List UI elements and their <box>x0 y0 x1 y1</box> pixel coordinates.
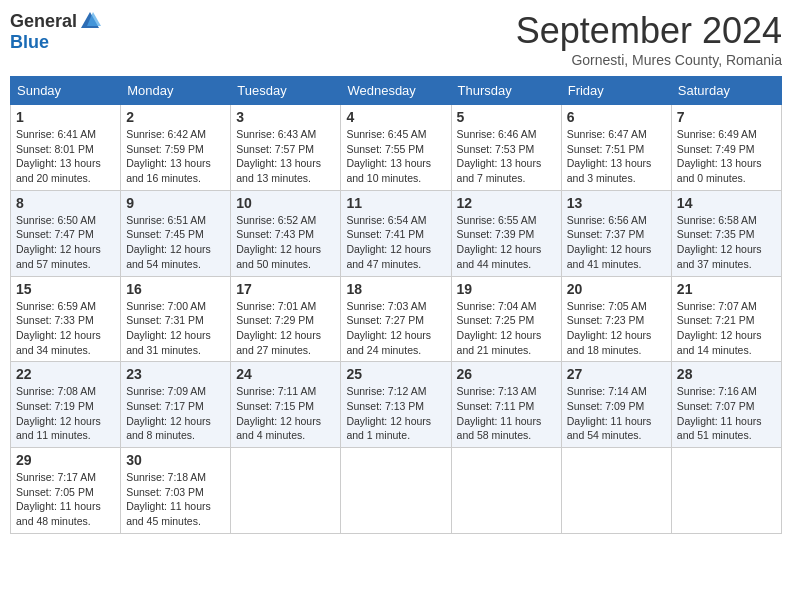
day-number: 16 <box>126 281 225 297</box>
day-number: 5 <box>457 109 556 125</box>
calendar-day-cell: 18Sunrise: 7:03 AMSunset: 7:27 PMDayligh… <box>341 276 451 362</box>
calendar-day-cell: 19Sunrise: 7:04 AMSunset: 7:25 PMDayligh… <box>451 276 561 362</box>
day-detail: Sunrise: 7:16 AMSunset: 7:07 PMDaylight:… <box>677 384 776 443</box>
day-detail: Sunrise: 7:00 AMSunset: 7:31 PMDaylight:… <box>126 299 225 358</box>
month-title: September 2024 <box>516 10 782 52</box>
calendar-day-cell: 5Sunrise: 6:46 AMSunset: 7:53 PMDaylight… <box>451 105 561 191</box>
day-number: 22 <box>16 366 115 382</box>
day-detail: Sunrise: 7:03 AMSunset: 7:27 PMDaylight:… <box>346 299 445 358</box>
calendar-day-cell: 22Sunrise: 7:08 AMSunset: 7:19 PMDayligh… <box>11 362 121 448</box>
day-detail: Sunrise: 6:54 AMSunset: 7:41 PMDaylight:… <box>346 213 445 272</box>
day-detail: Sunrise: 7:07 AMSunset: 7:21 PMDaylight:… <box>677 299 776 358</box>
calendar-day-cell: 12Sunrise: 6:55 AMSunset: 7:39 PMDayligh… <box>451 190 561 276</box>
day-detail: Sunrise: 6:46 AMSunset: 7:53 PMDaylight:… <box>457 127 556 186</box>
day-number: 17 <box>236 281 335 297</box>
day-detail: Sunrise: 6:55 AMSunset: 7:39 PMDaylight:… <box>457 213 556 272</box>
calendar-day-cell: 2Sunrise: 6:42 AMSunset: 7:59 PMDaylight… <box>121 105 231 191</box>
day-detail: Sunrise: 6:47 AMSunset: 7:51 PMDaylight:… <box>567 127 666 186</box>
calendar-day-cell: 15Sunrise: 6:59 AMSunset: 7:33 PMDayligh… <box>11 276 121 362</box>
day-detail: Sunrise: 6:56 AMSunset: 7:37 PMDaylight:… <box>567 213 666 272</box>
day-number: 23 <box>126 366 225 382</box>
day-detail: Sunrise: 7:09 AMSunset: 7:17 PMDaylight:… <box>126 384 225 443</box>
day-header-monday: Monday <box>121 77 231 105</box>
empty-cell <box>451 448 561 534</box>
logo-icon <box>79 10 101 32</box>
day-detail: Sunrise: 6:50 AMSunset: 7:47 PMDaylight:… <box>16 213 115 272</box>
calendar-day-cell: 23Sunrise: 7:09 AMSunset: 7:17 PMDayligh… <box>121 362 231 448</box>
calendar-day-cell: 20Sunrise: 7:05 AMSunset: 7:23 PMDayligh… <box>561 276 671 362</box>
calendar: SundayMondayTuesdayWednesdayThursdayFrid… <box>10 76 782 534</box>
day-number: 27 <box>567 366 666 382</box>
calendar-day-cell: 14Sunrise: 6:58 AMSunset: 7:35 PMDayligh… <box>671 190 781 276</box>
day-detail: Sunrise: 6:59 AMSunset: 7:33 PMDaylight:… <box>16 299 115 358</box>
calendar-day-cell: 9Sunrise: 6:51 AMSunset: 7:45 PMDaylight… <box>121 190 231 276</box>
day-detail: Sunrise: 7:11 AMSunset: 7:15 PMDaylight:… <box>236 384 335 443</box>
calendar-day-cell: 6Sunrise: 6:47 AMSunset: 7:51 PMDaylight… <box>561 105 671 191</box>
day-number: 26 <box>457 366 556 382</box>
day-detail: Sunrise: 6:51 AMSunset: 7:45 PMDaylight:… <box>126 213 225 272</box>
day-number: 28 <box>677 366 776 382</box>
calendar-day-cell: 21Sunrise: 7:07 AMSunset: 7:21 PMDayligh… <box>671 276 781 362</box>
calendar-week-row: 29Sunrise: 7:17 AMSunset: 7:05 PMDayligh… <box>11 448 782 534</box>
day-detail: Sunrise: 7:14 AMSunset: 7:09 PMDaylight:… <box>567 384 666 443</box>
empty-cell <box>561 448 671 534</box>
calendar-day-cell: 29Sunrise: 7:17 AMSunset: 7:05 PMDayligh… <box>11 448 121 534</box>
logo-general-text: General <box>10 11 77 32</box>
calendar-day-cell: 4Sunrise: 6:45 AMSunset: 7:55 PMDaylight… <box>341 105 451 191</box>
day-number: 13 <box>567 195 666 211</box>
day-number: 4 <box>346 109 445 125</box>
day-number: 2 <box>126 109 225 125</box>
day-detail: Sunrise: 7:17 AMSunset: 7:05 PMDaylight:… <box>16 470 115 529</box>
day-number: 8 <box>16 195 115 211</box>
calendar-day-cell: 8Sunrise: 6:50 AMSunset: 7:47 PMDaylight… <box>11 190 121 276</box>
calendar-day-cell: 28Sunrise: 7:16 AMSunset: 7:07 PMDayligh… <box>671 362 781 448</box>
calendar-day-cell: 7Sunrise: 6:49 AMSunset: 7:49 PMDaylight… <box>671 105 781 191</box>
day-detail: Sunrise: 6:58 AMSunset: 7:35 PMDaylight:… <box>677 213 776 272</box>
day-number: 3 <box>236 109 335 125</box>
calendar-day-cell: 24Sunrise: 7:11 AMSunset: 7:15 PMDayligh… <box>231 362 341 448</box>
day-detail: Sunrise: 7:05 AMSunset: 7:23 PMDaylight:… <box>567 299 666 358</box>
day-number: 18 <box>346 281 445 297</box>
day-detail: Sunrise: 6:42 AMSunset: 7:59 PMDaylight:… <box>126 127 225 186</box>
day-detail: Sunrise: 7:01 AMSunset: 7:29 PMDaylight:… <box>236 299 335 358</box>
day-number: 21 <box>677 281 776 297</box>
day-number: 7 <box>677 109 776 125</box>
calendar-day-cell: 27Sunrise: 7:14 AMSunset: 7:09 PMDayligh… <box>561 362 671 448</box>
calendar-week-row: 22Sunrise: 7:08 AMSunset: 7:19 PMDayligh… <box>11 362 782 448</box>
empty-cell <box>341 448 451 534</box>
day-header-saturday: Saturday <box>671 77 781 105</box>
calendar-day-cell: 26Sunrise: 7:13 AMSunset: 7:11 PMDayligh… <box>451 362 561 448</box>
day-number: 14 <box>677 195 776 211</box>
day-detail: Sunrise: 6:43 AMSunset: 7:57 PMDaylight:… <box>236 127 335 186</box>
day-number: 24 <box>236 366 335 382</box>
day-detail: Sunrise: 7:04 AMSunset: 7:25 PMDaylight:… <box>457 299 556 358</box>
day-detail: Sunrise: 6:41 AMSunset: 8:01 PMDaylight:… <box>16 127 115 186</box>
day-number: 30 <box>126 452 225 468</box>
day-number: 6 <box>567 109 666 125</box>
day-number: 15 <box>16 281 115 297</box>
day-detail: Sunrise: 6:45 AMSunset: 7:55 PMDaylight:… <box>346 127 445 186</box>
day-number: 9 <box>126 195 225 211</box>
day-detail: Sunrise: 7:12 AMSunset: 7:13 PMDaylight:… <box>346 384 445 443</box>
logo: General Blue <box>10 10 101 53</box>
empty-cell <box>671 448 781 534</box>
calendar-day-cell: 1Sunrise: 6:41 AMSunset: 8:01 PMDaylight… <box>11 105 121 191</box>
day-number: 1 <box>16 109 115 125</box>
calendar-day-cell: 16Sunrise: 7:00 AMSunset: 7:31 PMDayligh… <box>121 276 231 362</box>
day-number: 29 <box>16 452 115 468</box>
day-header-wednesday: Wednesday <box>341 77 451 105</box>
day-header-tuesday: Tuesday <box>231 77 341 105</box>
day-number: 20 <box>567 281 666 297</box>
title-area: September 2024 Gornesti, Mures County, R… <box>516 10 782 68</box>
day-detail: Sunrise: 7:13 AMSunset: 7:11 PMDaylight:… <box>457 384 556 443</box>
calendar-day-cell: 10Sunrise: 6:52 AMSunset: 7:43 PMDayligh… <box>231 190 341 276</box>
calendar-week-row: 8Sunrise: 6:50 AMSunset: 7:47 PMDaylight… <box>11 190 782 276</box>
calendar-day-cell: 30Sunrise: 7:18 AMSunset: 7:03 PMDayligh… <box>121 448 231 534</box>
location-title: Gornesti, Mures County, Romania <box>516 52 782 68</box>
calendar-day-cell: 3Sunrise: 6:43 AMSunset: 7:57 PMDaylight… <box>231 105 341 191</box>
day-number: 25 <box>346 366 445 382</box>
calendar-day-cell: 11Sunrise: 6:54 AMSunset: 7:41 PMDayligh… <box>341 190 451 276</box>
day-number: 10 <box>236 195 335 211</box>
day-header-sunday: Sunday <box>11 77 121 105</box>
calendar-day-cell: 25Sunrise: 7:12 AMSunset: 7:13 PMDayligh… <box>341 362 451 448</box>
